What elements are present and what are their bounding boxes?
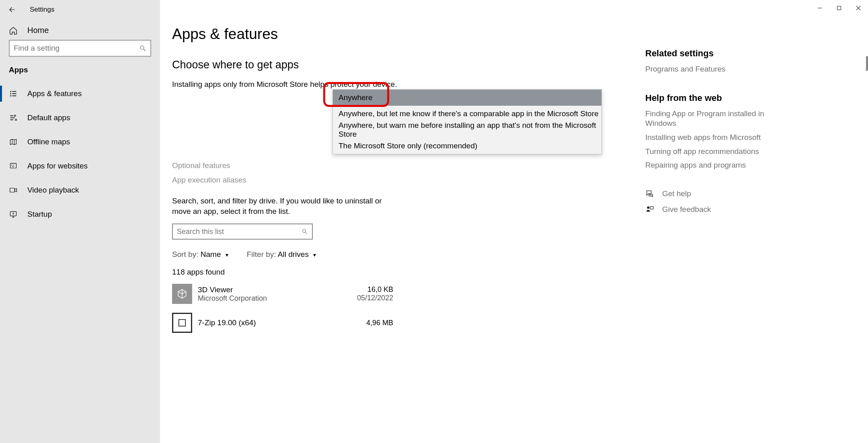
svg-rect-28	[650, 207, 653, 209]
get-help-link[interactable]: Get help	[645, 189, 770, 199]
nav-default-apps[interactable]: Default apps	[0, 106, 160, 130]
maximize-icon	[837, 6, 841, 10]
nav-item-label: Startup	[27, 210, 52, 219]
scrollbar-thumb[interactable]	[866, 56, 868, 71]
list-search-box[interactable]	[172, 224, 313, 240]
app-size: 16,0 KB	[357, 285, 393, 294]
back-button[interactable]	[7, 5, 17, 14]
dropdown-option-anywhere-warn[interactable]: Anywhere, but warn me before installing …	[333, 122, 601, 138]
svg-point-27	[647, 207, 649, 209]
svg-point-11	[14, 115, 16, 117]
dropdown-option-store-only[interactable]: The Microsoft Store only (recommended)	[333, 138, 601, 154]
chevron-down-icon: ▾	[313, 252, 316, 258]
nav-item-label: Offline maps	[27, 137, 70, 146]
generic-app-icon	[178, 318, 187, 327]
app-publisher: Microsoft Corporation	[198, 294, 357, 303]
svg-rect-21	[837, 6, 841, 10]
get-help-label: Get help	[662, 189, 691, 199]
filter-by-control[interactable]: Filter by: All drives ▾	[247, 250, 316, 259]
svg-line-25	[306, 232, 307, 234]
help-link[interactable]: Repairing apps and programs	[645, 160, 770, 170]
help-link[interactable]: Turning off app recommendations	[645, 147, 770, 157]
nav-startup[interactable]: Startup	[0, 202, 160, 226]
page-title: Apps & features	[172, 26, 482, 43]
nav-offline-maps[interactable]: Offline maps	[0, 130, 160, 154]
feedback-icon	[645, 205, 654, 214]
nav-item-label: Apps for websites	[27, 162, 88, 170]
nav-item-label: Apps & features	[27, 89, 82, 98]
app-name: 7-Zip 19.00 (x64)	[198, 318, 366, 327]
help-web-heading: Help from the web	[645, 93, 770, 103]
apps-websites-icon	[9, 162, 18, 170]
arrow-left-icon	[8, 6, 16, 13]
help-link[interactable]: Finding App or Program installed in Wind…	[645, 109, 770, 129]
main-content: Apps & features Choose where to get apps…	[160, 0, 868, 443]
app-date: 05/12/2022	[357, 294, 393, 302]
svg-point-24	[303, 230, 306, 233]
section-description: Installing apps only from Microsoft Stor…	[172, 80, 482, 89]
maximize-button[interactable]	[829, 0, 849, 16]
app-source-dropdown[interactable]: Anywhere Anywhere, but let me know if th…	[332, 89, 602, 154]
nav-apps-websites[interactable]: Apps for websites	[0, 154, 160, 178]
filter-label: Filter by:	[247, 250, 276, 258]
svg-rect-3	[10, 93, 12, 94]
svg-rect-26	[179, 320, 186, 326]
window-controls	[810, 0, 868, 16]
nav-apps-features[interactable]: Apps & features	[0, 82, 160, 106]
nav-item-label: Default apps	[27, 113, 70, 122]
app-name: 3D Viewer	[198, 285, 357, 294]
app-list-item[interactable]: 3D Viewer Microsoft Corporation 16,0 KB …	[172, 284, 393, 304]
svg-rect-4	[10, 95, 12, 96]
sort-value: Name	[201, 250, 221, 258]
filter-value: All drives	[278, 250, 309, 258]
app-icon	[172, 313, 192, 333]
titlebar: Settings	[0, 0, 160, 19]
give-feedback-link[interactable]: Give feedback	[645, 205, 770, 215]
nav-item-label: Video playback	[27, 186, 79, 195]
default-apps-icon	[9, 113, 18, 122]
app-size: 4,96 MB	[366, 319, 393, 327]
home-nav[interactable]: Home	[0, 19, 160, 40]
search-settings-box[interactable]	[9, 40, 151, 57]
list-description: Search, sort, and filter by drive. If yo…	[172, 196, 397, 216]
give-feedback-label: Give feedback	[662, 205, 711, 215]
nav-list: Apps & features Default apps Offline map…	[0, 82, 160, 226]
search-icon	[302, 228, 308, 235]
category-label: Apps	[0, 66, 160, 82]
app-exec-aliases-link[interactable]: App execution aliases	[172, 176, 482, 185]
minimize-icon	[817, 6, 822, 10]
right-rail: Related settings Programs and Features H…	[645, 48, 770, 233]
optional-features-link[interactable]: Optional features	[172, 161, 482, 170]
home-label: Home	[27, 26, 49, 35]
sort-by-control[interactable]: Sort by: Name ▾	[172, 250, 228, 259]
search-settings-input[interactable]	[14, 44, 139, 53]
video-playback-icon	[9, 186, 18, 195]
chat-icon	[645, 189, 654, 198]
app-list-item[interactable]: 7-Zip 19.00 (x64) 4,96 MB	[172, 313, 393, 333]
home-icon	[9, 26, 18, 35]
svg-line-1	[144, 49, 146, 51]
help-link[interactable]: Installing web apps from Microsoft	[645, 133, 770, 143]
apps-features-icon	[9, 89, 18, 98]
dropdown-option-anywhere[interactable]: Anywhere	[333, 90, 601, 106]
search-icon	[139, 45, 146, 52]
sort-label: Sort by:	[172, 250, 198, 258]
startup-icon	[9, 210, 18, 219]
list-search-input[interactable]	[177, 228, 302, 236]
sidebar: Settings Home Apps Apps & features	[0, 0, 160, 443]
window-title: Settings	[30, 6, 54, 14]
app-count: 118 apps found	[172, 268, 482, 277]
close-icon	[856, 6, 861, 10]
nav-video-playback[interactable]: Video playback	[0, 178, 160, 202]
dropdown-option-anywhere-notify[interactable]: Anywhere, but let me know if there's a c…	[333, 106, 601, 122]
svg-rect-16	[10, 188, 15, 192]
cube-icon	[177, 289, 187, 299]
svg-point-12	[15, 119, 17, 121]
related-settings-heading: Related settings	[645, 48, 770, 59]
minimize-button[interactable]	[810, 0, 829, 16]
svg-rect-2	[10, 91, 12, 92]
programs-features-link[interactable]: Programs and Features	[645, 64, 770, 74]
svg-point-0	[140, 46, 144, 49]
offline-maps-icon	[9, 137, 18, 146]
close-button[interactable]	[849, 0, 868, 16]
